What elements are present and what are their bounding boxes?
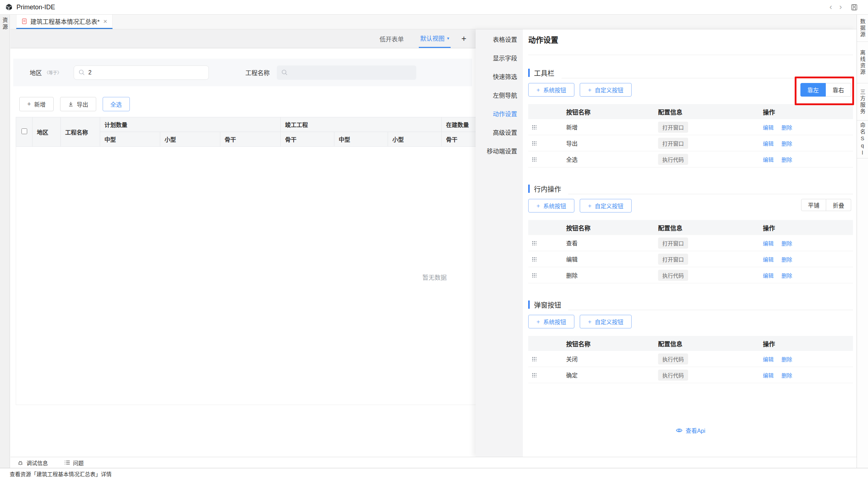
plus-icon: + [536,319,540,325]
column-header-region[interactable]: 地区 [33,117,61,147]
region-search-input[interactable] [74,65,209,80]
delete-link[interactable]: 删除 [781,141,792,147]
empty-data-text: 暂无数据 [422,273,447,282]
delete-link[interactable]: 删除 [781,240,792,246]
settings-menu-item-table[interactable]: 表格设置 [476,31,523,49]
view-bar: 低开表单 默认视图 ▾ + [10,29,476,48]
region-input-field[interactable] [88,69,196,76]
add-custom-button[interactable]: + 自定义按钮 [580,199,632,212]
delete-link[interactable]: 删除 [781,256,792,263]
subcolumn-small[interactable]: 小型 [388,132,442,147]
select-all-button[interactable]: 全选 [103,97,130,111]
settings-menu-item-quick-filter[interactable]: 快速筛选 [476,68,523,87]
region-operator[interactable]: 〈等于〉 [44,69,62,75]
app-logo-icon [5,3,13,11]
settings-menu-item-advanced[interactable]: 高级设置 [476,124,523,142]
default-view-tab[interactable]: 默认视图 ▾ [419,29,451,48]
drag-handle-icon[interactable] [532,157,536,162]
delete-link[interactable]: 删除 [781,356,792,362]
edit-link[interactable]: 编辑 [763,157,774,163]
add-button[interactable]: + 新增 [19,97,54,111]
tile-toggle[interactable]: 平铺 [801,199,826,211]
add-custom-button[interactable]: + 自定义按钮 [580,83,632,97]
left-rail-item-resources[interactable]: 资源 [1,17,9,31]
low-code-form-link[interactable]: 低开表单 [379,34,404,43]
subcolumn-backbone[interactable]: 骨干 [281,132,334,147]
drag-handle-icon[interactable] [532,373,536,377]
right-rail-item-named-sql[interactable]: 命名Sql [857,121,868,158]
status-text: 查看资源「建筑工程基本情况汇总表」详情 [10,470,112,478]
column-group-in-construction: 在建数量 [442,117,476,132]
section-accent-bar [528,185,530,193]
status-bar: 查看资源「建筑工程基本情况汇总表」详情 [0,468,868,479]
export-button[interactable]: 导出 [60,97,96,111]
right-rail-item-third-party-services[interactable]: 三方服务 [857,83,868,121]
left-rail: 资源 [0,15,10,468]
edit-link[interactable]: 编辑 [763,256,774,263]
section-title: 行内操作 [534,184,561,194]
settings-menu-item-actions[interactable]: 动作设置 [476,105,523,124]
history-back-button[interactable]: ‹ [826,3,835,11]
list-icon [64,460,70,465]
collapse-toggle[interactable]: 折叠 [826,199,851,211]
settings-menu-item-left-nav[interactable]: 左侧导航 [476,87,523,105]
form-preview: 地区 〈等于〉 工程名称 + 新增 导出 全选 [10,49,476,457]
align-left-toggle[interactable]: 靠左 [800,83,826,97]
eye-icon [676,428,682,433]
right-rail-item-offline-resources[interactable]: 离线资源 [857,42,868,83]
settings-panel: 表格设置 显示字段 快速筛选 左侧导航 动作设置 高级设置 移动端设置 动作设置… [476,29,857,457]
project-name-search-input[interactable] [277,65,416,80]
add-system-button[interactable]: + 系统按钮 [528,83,574,97]
drag-handle-icon[interactable] [532,273,536,278]
view-api-link[interactable]: 查看Api [528,426,853,435]
delete-link[interactable]: 删除 [781,124,792,131]
delete-link[interactable]: 删除 [781,372,792,378]
select-all-checkbox-cell [16,117,33,147]
subcolumn-medium[interactable]: 中型 [100,132,160,147]
add-custom-button[interactable]: + 自定义按钮 [580,315,632,328]
debug-icon [18,460,24,466]
save-icon[interactable] [850,4,858,11]
data-grid: 地区 工程名称 计划数量 竣工工程 在建数量 中型 小型 骨干 骨干 中型 小型… [16,117,476,405]
subcolumn-backbone[interactable]: 骨干 [442,132,476,147]
add-view-button[interactable]: + [461,34,466,43]
settings-menu: 表格设置 显示字段 快速筛选 左侧导航 动作设置 高级设置 移动端设置 [476,29,523,457]
select-all-checkbox[interactable] [21,128,27,134]
settings-menu-item-fields[interactable]: 显示字段 [476,49,523,68]
table-row: 确定 执行代码 编辑删除 [528,367,853,383]
config-badge: 执行代码 [658,270,688,281]
debug-info-button[interactable]: 调试信息 [18,459,48,466]
drag-handle-icon[interactable] [532,241,536,245]
project-name-input-field[interactable] [291,69,398,76]
delete-link[interactable]: 删除 [781,273,792,279]
drag-handle-icon[interactable] [532,141,536,146]
history-forward-button[interactable]: › [836,3,845,11]
delete-link[interactable]: 删除 [781,157,792,163]
right-rail-item-datasource[interactable]: 数据源 [857,15,868,42]
toolbar-buttons-table: 按钮名称 配置信息 操作 新增 打开窗口 编辑删除 导出 打开窗口 编辑删除 [528,104,853,167]
project-name-label: 工程名称 [245,68,270,77]
edit-link[interactable]: 编辑 [763,273,774,279]
column-header-project[interactable]: 工程名称 [61,117,100,147]
edit-link[interactable]: 编辑 [763,372,774,378]
drag-handle-icon[interactable] [532,357,536,361]
section-rule [568,310,853,310]
tab-bar: 建筑工程基本情况汇总表* × [10,15,857,29]
align-right-toggle[interactable]: 靠右 [826,83,851,97]
edit-link[interactable]: 编辑 [763,240,774,246]
edit-link[interactable]: 编辑 [763,356,774,362]
edit-link[interactable]: 编辑 [763,124,774,131]
tab-summary-report[interactable]: 建筑工程基本情况汇总表* × [16,15,113,29]
drag-handle-icon[interactable] [532,257,536,262]
subcolumn-medium[interactable]: 中型 [334,132,388,147]
edit-link[interactable]: 编辑 [763,141,774,147]
column-group-planned: 计划数量 [100,117,281,132]
problems-button[interactable]: 问题 [64,459,84,466]
add-system-button[interactable]: + 系统按钮 [528,315,574,328]
add-system-button[interactable]: + 系统按钮 [528,199,574,212]
subcolumn-small[interactable]: 小型 [160,132,220,147]
settings-menu-item-mobile[interactable]: 移动端设置 [476,142,523,161]
tab-close-icon[interactable]: × [103,18,107,25]
drag-handle-icon[interactable] [532,125,536,129]
subcolumn-backbone[interactable]: 骨干 [220,132,281,147]
